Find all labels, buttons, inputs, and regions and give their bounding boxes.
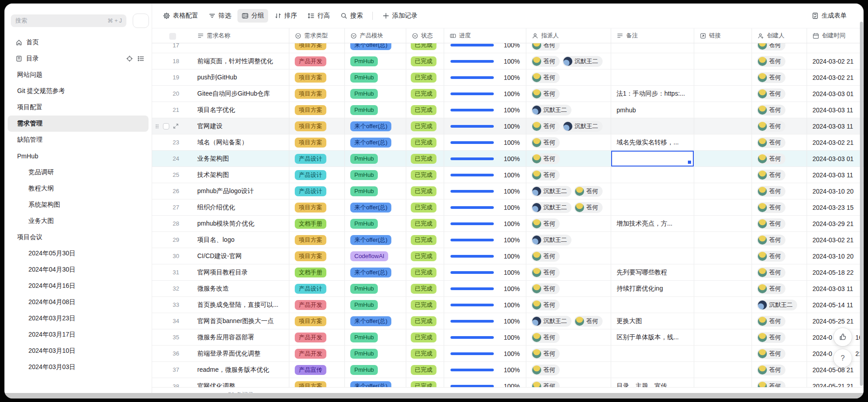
cell-link[interactable] <box>694 134 752 150</box>
cell-progress[interactable]: 100% <box>444 134 526 150</box>
cell-progress[interactable]: 100% <box>444 346 526 361</box>
cell-link[interactable] <box>694 248 752 264</box>
like-button[interactable] <box>834 328 852 346</box>
cell-creator[interactable]: 苍何 <box>752 118 807 134</box>
toolbar-group-button[interactable]: 分组 <box>237 9 268 23</box>
cell-status[interactable]: 已完成 <box>406 313 444 329</box>
cell-assignees[interactable]: 苍何 <box>526 329 611 345</box>
sidebar-item-meeting-2024-04-08[interactable]: 2024年04月08日 <box>5 294 152 310</box>
cell-module[interactable]: PmHub <box>345 69 406 85</box>
cell-name[interactable]: 25技术架构图 <box>152 167 289 183</box>
cell-link[interactable] <box>694 167 752 183</box>
cell-progress[interactable]: 100% <box>444 151 526 166</box>
cell-type[interactable]: 项目方案 <box>289 232 345 248</box>
sidebar-item-catalog[interactable]: 目录 <box>5 51 152 67</box>
cell-progress[interactable]: 100% <box>444 69 526 85</box>
cell-name[interactable]: 30CI/CD建设-官网 <box>152 248 289 264</box>
cell-note[interactable]: 先列要写哪些教程 <box>611 264 694 280</box>
cell-link[interactable] <box>694 118 752 134</box>
cell-name[interactable]: 31官网项目教程目录 <box>152 264 289 280</box>
cell-progress[interactable]: 100% <box>444 232 526 248</box>
column-header-assignees[interactable]: 指派人 <box>526 28 611 43</box>
sidebar-item-meeting-2024-05-30[interactable]: 2024年05月30日 <box>5 245 152 262</box>
cell-name[interactable]: 35微服务应用容器部署 <box>152 329 289 345</box>
cell-type[interactable]: 项目方案 <box>289 102 345 118</box>
cell-note[interactable] <box>611 232 694 248</box>
cell-status[interactable]: 已完成 <box>406 248 444 264</box>
cell-note[interactable] <box>611 297 694 313</box>
cell-creator[interactable]: 苍何 <box>752 43 807 53</box>
cell-type[interactable]: 项目方案 <box>289 69 345 85</box>
cell-link[interactable] <box>694 69 752 85</box>
sidebar-item-meeting-2024-03-10[interactable]: 2024年03月10日 <box>5 343 152 359</box>
cell-link[interactable] <box>694 102 752 118</box>
cell-assignees[interactable]: 沉默王二苍何 <box>526 199 611 215</box>
cell-assignees[interactable]: 苍何 <box>526 378 611 387</box>
cell-created[interactable]: 2024-03-03 11 <box>807 281 863 296</box>
cell-note[interactable] <box>611 248 694 264</box>
cell-type[interactable]: 项目方案 <box>289 43 345 53</box>
cell-creator[interactable]: 苍何 <box>752 167 807 183</box>
cell-link[interactable] <box>694 86 752 102</box>
sidebar-item-git-commit-guide[interactable]: Git 提交规范参考 <box>5 83 152 99</box>
cell-name[interactable]: 18前端页面，针对性调整优化 <box>152 53 289 69</box>
cell-name[interactable]: 20Gitee自动同步GitHub仓库 <box>152 86 289 102</box>
cell-progress[interactable]: 100% <box>444 102 526 118</box>
cell-status[interactable]: 已完成 <box>406 264 444 280</box>
cell-created[interactable]: 2024-03-02 21 <box>807 232 863 248</box>
cell-link[interactable] <box>694 362 752 378</box>
column-header-module[interactable]: 产品模块 <box>345 28 406 43</box>
cell-created[interactable]: 2024-05-08 21 <box>807 362 863 378</box>
cell-name[interactable]: 32微服务改造 <box>152 281 289 296</box>
cell-link[interactable] <box>694 346 752 361</box>
cell-module[interactable]: PmHub <box>345 329 406 345</box>
cell-created[interactable]: 2024-03-02 21 <box>807 69 863 85</box>
cell-name[interactable]: 34官网首页banner图换大一点 <box>152 313 289 329</box>
cell-name[interactable]: 28pmhub模块简介优化 <box>152 216 289 231</box>
cell-module[interactable]: 来个offer(总) <box>345 264 406 280</box>
cell-assignees[interactable]: 苍何沉默王二 <box>526 118 611 134</box>
toolbar-table-config-button[interactable]: 表格配置 <box>159 9 202 23</box>
outline-icon[interactable] <box>137 55 144 62</box>
cell-note[interactable]: 持续打磨优化ing <box>611 281 694 296</box>
sidebar-item-competitor-research[interactable]: 竞品调研 <box>5 164 152 180</box>
cell-progress[interactable]: 100% <box>444 297 526 313</box>
cell-note[interactable] <box>611 118 694 134</box>
cell-creator[interactable]: 苍何 <box>752 216 807 231</box>
cell-link[interactable] <box>694 313 752 329</box>
cell-module[interactable]: 来个offer(总) <box>345 313 406 329</box>
cell-module[interactable]: PmHub <box>345 102 406 118</box>
cell-creator[interactable]: 苍何 <box>752 362 807 378</box>
cell-status[interactable]: 已完成 <box>406 362 444 378</box>
cell-type[interactable]: 项目方案 <box>289 313 345 329</box>
cell-link[interactable] <box>694 53 752 69</box>
column-header-creator[interactable]: 创建人 <box>752 28 807 43</box>
cell-created[interactable]: 2024-05-25 21 <box>807 313 863 329</box>
cell-creator[interactable]: 苍何 <box>752 151 807 166</box>
cell-status[interactable]: 已完成 <box>406 118 444 134</box>
cell-link[interactable] <box>694 378 752 387</box>
cell-name[interactable]: 36前端登录界面优化调整 <box>152 346 289 361</box>
cell-progress[interactable]: 100% <box>444 281 526 296</box>
cell-status[interactable]: 已完成 <box>406 329 444 345</box>
cell-note[interactable] <box>611 151 694 166</box>
cell-progress[interactable]: 100% <box>444 264 526 280</box>
cell-type[interactable]: 文档手册 <box>289 216 345 231</box>
column-header-progress[interactable]: 进度 <box>444 28 526 43</box>
add-record-button[interactable]: 添加记录 <box>378 9 422 23</box>
cell-progress[interactable]: 100% <box>444 118 526 134</box>
cell-progress[interactable]: 100% <box>444 86 526 102</box>
cell-name[interactable]: 26pmhub产品logo设计 <box>152 183 289 199</box>
cell-module[interactable]: PmHub <box>345 362 406 378</box>
cell-note[interactable]: 法1：手动同步：https:... <box>611 86 694 102</box>
cell-progress[interactable]: 100% <box>444 362 526 378</box>
toolbar-sort-button[interactable]: 排序 <box>270 9 301 23</box>
cell-status[interactable]: 已完成 <box>406 232 444 248</box>
cell-link[interactable] <box>694 232 752 248</box>
cell-name[interactable]: 29项目名、logo <box>152 232 289 248</box>
cell-created[interactable]: 2024-03-03 11 <box>807 102 863 118</box>
sidebar-item-system-architecture-diagram[interactable]: 系统架构图 <box>5 197 152 213</box>
cell-progress[interactable]: 100% <box>444 329 526 345</box>
cell-type[interactable]: 产品宣传 <box>289 362 345 378</box>
cell-progress[interactable]: 100% <box>444 43 526 53</box>
